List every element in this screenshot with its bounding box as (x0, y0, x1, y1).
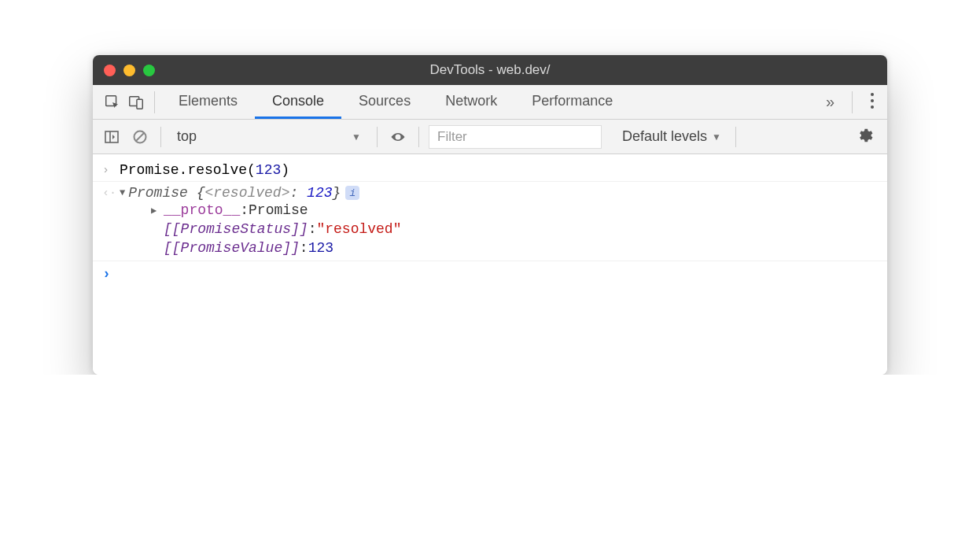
subbar-sep-2 (377, 127, 378, 147)
svg-point-3 (871, 93, 874, 96)
console-output: › Promise.resolve(123) ‹· ▼ Promise {<re… (93, 154, 887, 375)
collapse-triangle-icon[interactable]: ▼ (120, 187, 125, 198)
more-tabs-icon[interactable]: » (818, 93, 842, 111)
window-title: DevTools - web.dev/ (93, 62, 887, 78)
input-code: Promise.resolve(123) (120, 162, 289, 178)
subbar-sep-3 (418, 127, 419, 147)
tab-performance[interactable]: Performance (514, 85, 630, 119)
svg-point-4 (871, 99, 874, 102)
maximize-window-button[interactable] (143, 65, 155, 76)
tab-console[interactable]: Console (255, 85, 341, 119)
output-header[interactable]: ▼ Promise {<resolved>: 123} i (120, 185, 359, 201)
tab-network[interactable]: Network (428, 85, 514, 119)
main-toolbar: Elements Console Sources Network Perform… (93, 85, 887, 120)
chevron-down-icon: ▼ (352, 131, 361, 142)
promise-status-row[interactable]: [[PromiseStatus]]: "resolved" (151, 220, 401, 239)
select-element-icon[interactable] (101, 91, 124, 114)
subbar-sep-4 (735, 127, 736, 147)
subbar-sep-1 (160, 127, 161, 147)
console-prompt[interactable]: › (93, 261, 887, 283)
svg-point-10 (396, 135, 400, 139)
svg-rect-2 (137, 99, 142, 109)
svg-rect-6 (105, 131, 118, 142)
device-toolbar-icon[interactable] (124, 91, 148, 114)
close-window-button[interactable] (104, 65, 116, 76)
toolbar-separator-2 (852, 91, 853, 113)
console-settings-icon[interactable] (849, 127, 879, 147)
console-input-row[interactable]: › Promise.resolve(123) (93, 159, 887, 181)
promise-value-row[interactable]: [[PromiseValue]]: 123 (151, 239, 401, 257)
expand-triangle-icon[interactable]: ▶ (151, 205, 164, 216)
tab-elements[interactable]: Elements (161, 85, 255, 119)
execution-context-select[interactable]: top ▼ (171, 128, 367, 145)
log-levels-select[interactable]: Default levels ▼ (622, 128, 721, 145)
live-expression-icon[interactable] (387, 126, 409, 148)
settings-menu-icon[interactable] (862, 92, 882, 113)
panel-tabs: Elements Console Sources Network Perform… (161, 85, 630, 119)
console-toolbar: top ▼ Filter Default levels ▼ (93, 120, 887, 154)
devtools-window: DevTools - web.dev/ Elements Console Sou… (93, 55, 887, 375)
toggle-sidebar-icon[interactable] (101, 126, 123, 148)
console-output-row[interactable]: ‹· ▼ Promise {<resolved>: 123} i ▶ __pro… (93, 181, 887, 261)
svg-point-5 (871, 105, 874, 109)
window-controls (93, 65, 155, 76)
object-tree: ▶ __proto__: Promise [[PromiseStatus]]: … (132, 201, 401, 257)
filter-input[interactable]: Filter (429, 125, 602, 149)
tab-sources[interactable]: Sources (341, 85, 428, 119)
toolbar-separator (154, 91, 155, 113)
clear-console-icon[interactable] (129, 126, 151, 148)
svg-line-9 (136, 133, 144, 141)
titlebar: DevTools - web.dev/ (93, 55, 887, 85)
levels-label: Default levels (622, 128, 707, 145)
output-chevron-icon: ‹· (102, 185, 120, 200)
minimize-window-button[interactable] (123, 65, 135, 76)
input-chevron-icon: › (102, 162, 120, 177)
chevron-down-icon: ▼ (712, 131, 721, 142)
proto-row[interactable]: ▶ __proto__: Promise (151, 201, 401, 220)
context-label: top (177, 128, 197, 145)
info-badge-icon[interactable]: i (345, 186, 359, 200)
filter-placeholder: Filter (437, 129, 467, 145)
